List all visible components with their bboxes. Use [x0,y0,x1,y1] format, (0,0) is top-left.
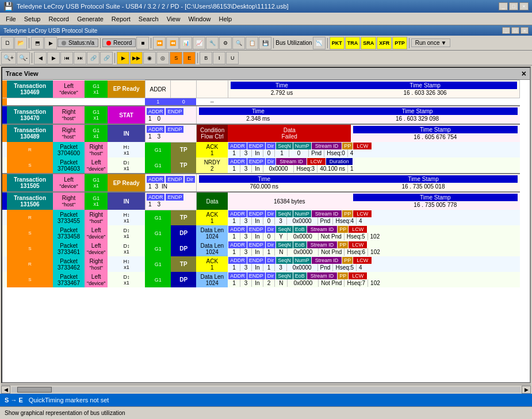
close-button[interactable]: × [519,2,529,10]
tra-btn[interactable]: TRA [345,37,361,49]
pkt-3733458-arrows: D↕x1 [108,225,145,241]
inner-close-button[interactable]: × [520,27,529,34]
record-indicator: Record [102,39,136,47]
h-scrollbar-thumb[interactable] [17,387,52,393]
inner-maximize-button[interactable]: □ [511,27,519,34]
h-scrollbar-area[interactable]: ◀ ▶ [1,385,531,394]
pkt-3733462-tp: TP [171,256,197,272]
h-scrollbar-track[interactable] [12,387,520,393]
toolbar-btn-l[interactable]: E [183,52,196,64]
menu-record[interactable]: Record [45,14,72,24]
toolbar-btn-m[interactable]: B [200,52,212,64]
pkt-3704600-dir: Right"host" [85,142,108,157]
pkt-3733467-label: Packet 3733467 [53,272,85,287]
xfr-btn[interactable]: XFR [377,37,392,49]
maximize-button[interactable]: □ [509,2,518,10]
menu-report[interactable]: Report [108,14,134,24]
menu-view[interactable]: View [163,14,184,24]
toolbar-btn-o[interactable]: U [226,52,239,64]
tx-131506-data-label: Data [196,192,228,210]
scroll-right-button[interactable]: ▶ [522,386,531,394]
toolbar-btn-d[interactable]: ⏭ [74,52,86,64]
pkt-3733462-label: Packet 3733462 [53,256,85,272]
toolbar-btn-b[interactable]: ▶ [47,52,60,64]
pkt-row-3733458: S Packet 3733458 Left"device" D↕x1 G1 DP… [2,225,520,241]
toolbar-btn-9[interactable]: 🔍 [232,37,245,49]
pkt-3704600-arrows: H↕x1 [108,142,145,157]
menu-search[interactable]: Search [135,14,162,24]
zoom-in-button[interactable]: 🔍+ [1,52,16,64]
toolbar-btn-n[interactable]: I [213,52,225,64]
record-label: Record [113,40,132,46]
pkt-3733461-indicator: S [7,241,53,256]
toolbar-btn-k[interactable]: S [170,52,182,64]
toolbar-btn-1[interactable]: ⬒ [31,37,44,49]
tx-130469-g: G1x1 [85,80,108,98]
minimize-button[interactable]: _ [499,2,508,10]
pkt-3733455-arrows: H↕x1 [108,210,145,225]
pkt-3733467-indicator: S [7,272,53,287]
toolbar-btn-5[interactable]: 📊 [179,37,192,49]
scroll-left-button[interactable]: ◀ [1,386,10,394]
zoom-out-button[interactable]: 🔍- [17,52,30,64]
new-button[interactable]: 🗋 [1,37,14,49]
trace-close-button[interactable]: × [522,69,526,78]
toolbar-btn-f[interactable]: 🔗 [100,52,113,64]
toolbar-btn-j[interactable]: ◎ [156,52,169,64]
sep4 [273,38,274,48]
tx-130470-dir: Right"host" [53,106,85,124]
pkt-3704600-recv-indicator: R [7,142,53,157]
inner-minimize-button[interactable]: _ [502,27,510,34]
toolbar-btn-h[interactable]: ▶▶ [130,52,143,64]
menu-setup[interactable]: Setup [21,14,44,24]
toolbar-btn-6[interactable]: 📈 [193,37,205,49]
toolbar-btn-2[interactable]: ▶ [44,37,57,49]
toolbar-btn-12[interactable]: 📉 [313,37,326,49]
tx-130489-label: Transaction 130489 [7,124,53,142]
toolbar-btn-7[interactable]: 🔧 [206,37,219,49]
trace-panel: Trace View × Transaction 130469 [1,67,531,383]
toolbar-btn-c[interactable]: ⏮ [60,52,73,64]
toolbar-row-2: 🔍+ 🔍- ◀ ▶ ⏮ ⏭ 🔗 🔗 ▶ ▶▶ ◉ ◎ S E B I U [0,51,532,66]
toolbar-btn-4[interactable]: ⏪ [166,37,179,49]
pkt-btn[interactable]: PKT [330,37,345,49]
toolbar-btn-10[interactable]: 📋 [246,37,258,49]
toolbar-btn-i[interactable]: ◉ [143,52,156,64]
pkt-3733461-datalen: Data Len1024 [196,241,228,256]
menu-file[interactable]: File [2,14,20,24]
menu-generate[interactable]: Generate [74,14,107,24]
stop-button[interactable]: ■ [136,37,149,49]
pkt-3704603-g: G1 [145,157,171,174]
toolbar-btn-a[interactable]: ◀ [34,52,47,64]
open-button[interactable]: 📂 [14,37,27,49]
pkt-3733455-dir: Right"host" [85,210,108,225]
sep2 [100,38,101,48]
pkt-3704600-ack: ACK1 [196,142,228,157]
tx-130469-state: EP Ready [108,80,145,98]
pkt-3733467-arrows: D↕x1 [108,272,145,287]
toolbar-btn-e[interactable]: 🔗 [87,52,99,64]
tx-row-130489: Transaction 130489 Right"host" G1x1 IN A… [2,124,520,142]
sra-btn[interactable]: SRA [361,37,376,49]
pkt-3733462-ack: ACK1 [196,256,228,272]
toolbar-btn-3[interactable]: ⏩ [153,37,166,49]
tx-130489-state: IN [108,124,145,142]
ptp-btn[interactable]: PTP [392,37,407,49]
tx-130470-state: STAT [108,106,145,124]
run-once-button[interactable]: Run once ▼ [411,39,451,47]
toolbar-btn-g[interactable]: ▶ [117,52,129,64]
toolbar-row-1: 🗋 📂 ⬒ ▶ Status:n/a Record ■ ⏩ ⏪ 📊 📈 🔧 ⚙ … [0,36,532,51]
main-container: 💾 Teledyne LeCroy USB Protocol Suite - U… [0,0,532,419]
tx-row-131505: Transaction 131505 Left"device" G1x1 EP … [2,174,520,192]
pkt-3733467-g: G1 [145,272,171,287]
tx-130469-label: Transaction 130469 [7,80,53,98]
trace-scroll-area[interactable]: Transaction 130469 Left"device" G1x1 EP … [2,80,530,382]
toolbar-btn-8[interactable]: ⚙ [219,37,232,49]
status-bar-arrow: S → E [5,397,23,403]
pkt-3733455-label: Packet 3733455 [53,210,85,225]
menu-window[interactable]: Window [185,14,214,24]
toolbar-btn-11[interactable]: 💾 [259,37,271,49]
pkt-3704600-tp: TP [171,142,197,157]
tx-130469-dir-label [196,80,228,98]
menu-help[interactable]: Help [216,14,236,24]
